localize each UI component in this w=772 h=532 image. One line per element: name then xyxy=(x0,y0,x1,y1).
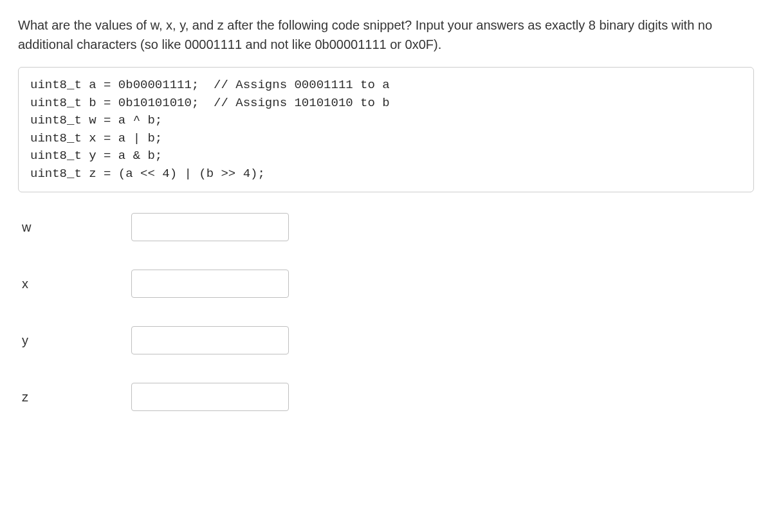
code-line-2: uint8_t b = 0b10101010; // Assigns 10101… xyxy=(30,96,390,110)
code-line-5: uint8_t y = a & b; xyxy=(30,149,162,163)
code-line-1: uint8_t a = 0b00001111; // Assigns 00001… xyxy=(30,78,390,92)
code-line-3: uint8_t w = a ^ b; xyxy=(30,113,162,127)
code-snippet: uint8_t a = 0b00001111; // Assigns 00001… xyxy=(18,67,754,192)
code-line-6: uint8_t z = (a << 4) | (b >> 4); xyxy=(30,167,265,181)
answer-label-y: y xyxy=(22,331,131,350)
answer-row-x: x xyxy=(18,255,754,312)
answer-label-x: x xyxy=(22,274,131,293)
answer-row-w: w xyxy=(18,199,754,255)
answer-input-z[interactable] xyxy=(131,383,289,411)
answer-input-w[interactable] xyxy=(131,213,289,241)
answer-label-w: w xyxy=(22,217,131,237)
answer-input-x[interactable] xyxy=(131,270,289,298)
answer-input-y[interactable] xyxy=(131,326,289,354)
answer-row-z: z xyxy=(18,369,754,425)
code-line-4: uint8_t x = a | b; xyxy=(30,131,162,145)
question-text: What are the values of w, x, y, and z af… xyxy=(18,15,754,54)
answer-row-y: y xyxy=(18,312,754,369)
answer-label-z: z xyxy=(22,387,131,407)
